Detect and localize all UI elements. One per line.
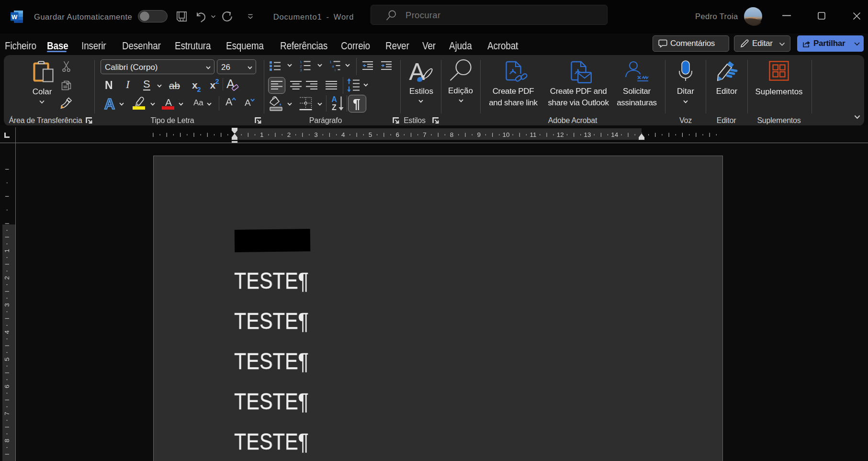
svg-text:2: 2 [3,276,11,280]
svg-text:6: 6 [3,384,11,388]
svg-text:7: 7 [3,412,11,416]
svg-text:1: 1 [3,249,11,253]
svg-text:8: 8 [3,439,11,443]
svg-text:3: 3 [3,303,11,307]
svg-text:4: 4 [3,330,11,334]
svg-text:5: 5 [3,358,11,361]
